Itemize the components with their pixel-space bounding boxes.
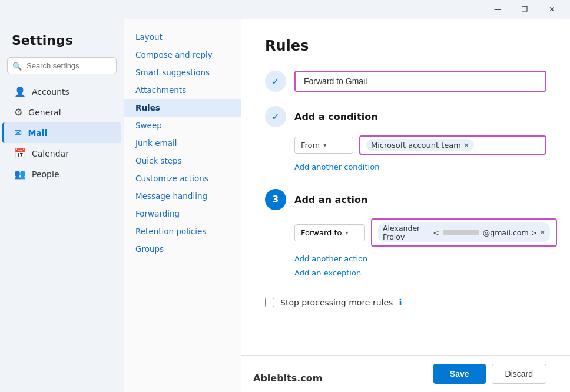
save-button[interactable]: Save <box>433 364 486 384</box>
sidebar-item-label: Accounts <box>32 87 69 97</box>
search-input[interactable] <box>7 57 117 74</box>
step2-check-icon: ✓ <box>265 106 286 127</box>
condition-tag-close-icon[interactable]: ✕ <box>463 141 469 150</box>
chevron-down-icon: ▾ <box>323 142 326 148</box>
sidebar-item-label: Calendar <box>32 149 69 158</box>
sidebar-item-mail[interactable]: ✉ Mail <box>2 122 121 143</box>
info-icon[interactable]: ℹ <box>399 297 402 308</box>
rule-name-row: ✓ <box>265 71 546 92</box>
sidebar-item-label: General <box>28 108 61 117</box>
condition-section-header: ✓ Add a condition <box>265 106 546 127</box>
condition-tag-label: Microsoft account team <box>371 141 461 150</box>
condition-row: From ▾ Microsoft account team ✕ <box>294 135 546 155</box>
submenu-item-forwarding[interactable]: Forwarding <box>124 205 241 222</box>
sidebar-item-accounts[interactable]: 👤 Accounts <box>2 81 121 102</box>
brand: Ablebits.com <box>253 373 323 384</box>
brand-part2: .com <box>297 373 322 384</box>
condition-section-title: Add a condition <box>294 111 378 122</box>
mail-icon: ✉ <box>14 127 22 138</box>
submenu-item-quicksteps[interactable]: Quick steps <box>124 152 241 170</box>
sidebar-nav: Settings 🔍 👤 Accounts ⚙ General ✉ Mail 📅… <box>0 19 124 392</box>
condition-type-dropdown[interactable]: From ▾ <box>294 137 353 154</box>
add-exception-link[interactable]: Add an exception <box>294 268 361 277</box>
action-row: Forward to ▾ Alexander Frolov < @gmail.c… <box>294 218 546 247</box>
general-icon: ⚙ <box>14 107 22 118</box>
sidebar-item-label: People <box>32 170 59 179</box>
chevron-down-icon: ▾ <box>345 230 348 236</box>
condition-type-label: From <box>301 141 320 150</box>
action-type-label: Forward to <box>301 228 342 237</box>
stop-processing-checkbox[interactable] <box>265 298 274 307</box>
submenu-item-junk[interactable]: Junk email <box>124 134 241 152</box>
sidebar-submenu: Layout Compose and reply Smart suggestio… <box>124 19 241 392</box>
minimize-button[interactable]: — <box>484 0 511 19</box>
sidebar-item-calendar[interactable]: 📅 Calendar <box>2 143 121 164</box>
stop-processing-row: Stop processing more rules ℹ <box>265 297 546 308</box>
discard-button[interactable]: Discard <box>492 364 546 384</box>
brand-part1: Ablebits <box>253 373 297 384</box>
step3-number: 3 <box>265 189 286 210</box>
app-body: Settings 🔍 👤 Accounts ⚙ General ✉ Mail 📅… <box>0 19 570 392</box>
action-email-close-icon[interactable]: ✕ <box>539 228 545 237</box>
step1-check-icon: ✓ <box>265 71 286 92</box>
action-email-tag: Alexander Frolov < @gmail.com > ✕ <box>378 222 550 242</box>
main-content: Rules ✓ ✓ Add a condition From ▾ Microso… <box>241 19 570 392</box>
condition-value-input[interactable]: Microsoft account team ✕ <box>359 135 546 155</box>
action-email-address: @gmail.com <box>483 228 529 237</box>
submenu-item-customize[interactable]: Customize actions <box>124 170 241 187</box>
sidebar-item-label: Mail <box>28 128 47 138</box>
accounts-icon: 👤 <box>14 86 26 97</box>
action-type-dropdown[interactable]: Forward to ▾ <box>294 224 365 241</box>
submenu-item-handling[interactable]: Message handling <box>124 187 241 205</box>
submenu-item-groups[interactable]: Groups <box>124 240 241 258</box>
title-bar: — ❐ ✕ <box>0 0 570 19</box>
action-section-header: 3 Add an action <box>265 189 546 210</box>
sidebar-title: Settings <box>0 28 124 57</box>
submenu-item-retention[interactable]: Retention policies <box>124 222 241 240</box>
action-email-name: Alexander Frolov <box>383 224 430 241</box>
submenu-item-smart[interactable]: Smart suggestions <box>124 64 241 81</box>
email-bracket-open: < <box>433 228 439 237</box>
email-blur <box>443 230 479 235</box>
condition-section: ✓ Add a condition From ▾ Microsoft accou… <box>265 106 546 175</box>
maximize-button[interactable]: ❐ <box>511 0 538 19</box>
submenu-item-rules[interactable]: Rules <box>124 99 241 117</box>
add-action-link[interactable]: Add another action <box>294 254 367 263</box>
people-icon: 👥 <box>14 168 26 180</box>
stop-processing-label: Stop processing more rules <box>280 298 393 307</box>
search-box: 🔍 <box>7 57 117 74</box>
rule-name-input[interactable] <box>294 71 546 92</box>
sidebar-item-people[interactable]: 👥 People <box>2 164 121 184</box>
page-title: Rules <box>265 38 546 54</box>
close-button[interactable]: ✕ <box>538 0 565 19</box>
action-section: 3 Add an action Forward to ▾ Alexander F… <box>265 189 546 281</box>
email-bracket-close: > <box>531 228 537 237</box>
action-email-input[interactable]: Alexander Frolov < @gmail.com > ✕ <box>371 218 557 247</box>
sidebar-item-general[interactable]: ⚙ General <box>2 102 121 122</box>
add-condition-link[interactable]: Add another condition <box>294 162 379 171</box>
submenu-item-layout[interactable]: Layout <box>124 28 241 46</box>
search-icon: 🔍 <box>12 61 22 70</box>
calendar-icon: 📅 <box>14 148 26 159</box>
submenu-item-attachments[interactable]: Attachments <box>124 81 241 99</box>
submenu-item-sweep[interactable]: Sweep <box>124 117 241 134</box>
condition-tag: Microsoft account team ✕ <box>366 139 474 151</box>
submenu-item-compose[interactable]: Compose and reply <box>124 46 241 64</box>
action-section-title: Add an action <box>294 194 367 205</box>
footer-bar: Ablebits.com Save Discard <box>241 355 570 392</box>
